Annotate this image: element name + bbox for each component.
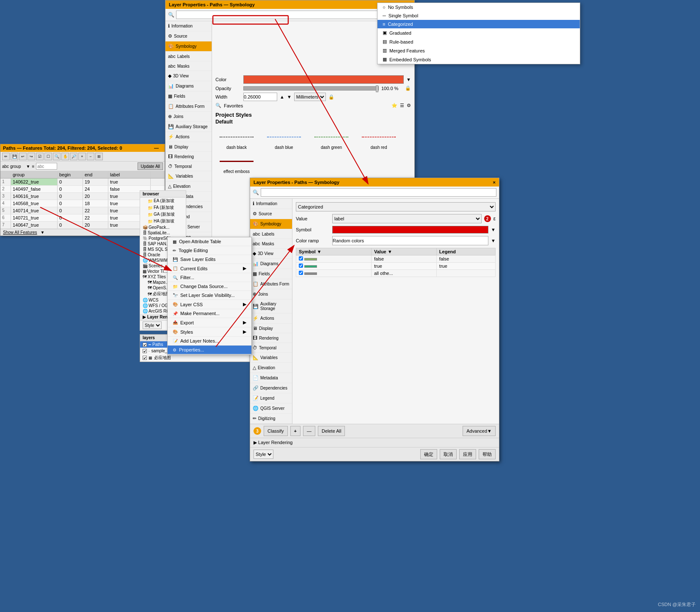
sidebar-item-source[interactable]: ⚙Source xyxy=(165,31,212,41)
sidebar-item-joins[interactable]: ⊕Joins xyxy=(165,112,212,122)
dropdown-item-merged-features[interactable]: ▥Merged Features xyxy=(378,46,414,55)
ctx-item-save-layer-edits[interactable]: 💾Save Layer Edits xyxy=(168,255,251,264)
props2-sidebar-item-dependencies[interactable]: 🔗Dependencies xyxy=(250,383,292,393)
ctx-item-export[interactable]: 📤Export▶ xyxy=(168,318,251,327)
add-cat-btn[interactable]: + xyxy=(290,426,300,436)
sidebar-item-symbology[interactable]: 🎨Symbology xyxy=(165,41,212,52)
apply-btn[interactable]: 应用 xyxy=(459,449,476,459)
sidebar-item-actions[interactable]: ⚡Actions xyxy=(165,132,212,142)
layer-rendering-toggle[interactable]: ▶ Layer Rendering xyxy=(250,438,499,447)
props2-sidebar-item-attributes-form[interactable]: 📋Attributes Form xyxy=(250,279,292,289)
width-unit-select[interactable]: Millimeters xyxy=(294,93,326,101)
ctx-item-add-layer-notes-[interactable]: 📝Add Layer Notes... xyxy=(168,337,251,346)
remove-cat-btn[interactable]: — xyxy=(303,426,315,436)
width-spindown[interactable]: ▼ xyxy=(287,94,292,99)
symbol-dropdown-btn[interactable]: ▼ xyxy=(491,227,496,232)
tree-item-GA-新加坡[interactable]: 📁GA (新加坡 xyxy=(140,211,186,218)
filter-input[interactable] xyxy=(36,163,57,170)
props2-sidebar-item-qgis-server[interactable]: 🌐QGIS Server xyxy=(250,403,292,414)
col-legend-hdr[interactable]: Legend xyxy=(436,248,495,255)
ctx-item-layer-css[interactable]: 🎨Layer CSS▶ xyxy=(168,300,251,309)
ctx-item-change-data-source-[interactable]: 📁Change Data Source... xyxy=(168,282,251,291)
width-spinup[interactable]: ▲ xyxy=(280,94,284,99)
color-bar[interactable] xyxy=(243,75,404,84)
tree-item-SpatiaLite...[interactable]: 🗄SpatiaLite... xyxy=(140,230,186,236)
props2-sidebar-item-symbology[interactable]: 🎨Symbology xyxy=(250,219,292,229)
tree-item-HA-新加坡[interactable]: 📁HA (新加坡 xyxy=(140,218,186,225)
ctx-item-properties-[interactable]: ⚙Properties... xyxy=(168,346,251,354)
dropdown-item-categorized[interactable]: ≡Categorized xyxy=(378,21,414,28)
cat-checkbox[interactable] xyxy=(299,263,303,268)
sidebar-item-3d-view[interactable]: ◆3D View xyxy=(165,71,212,81)
tb-pan[interactable]: ✋ xyxy=(61,153,69,160)
fav-btn3[interactable]: ⚙ xyxy=(407,103,411,108)
ctx-item-filter-[interactable]: 🔍Filter... xyxy=(168,273,251,282)
tb-col[interactable]: ⊞ xyxy=(95,153,103,160)
props2-sidebar-item-variables[interactable]: 📐Variables xyxy=(250,353,292,363)
style-tile-dash-red[interactable]: dash red xyxy=(358,131,400,150)
dropdown-item-graduated[interactable]: ▣Graduated xyxy=(378,28,414,37)
cat-checkbox[interactable] xyxy=(299,271,303,275)
tree-item-EA-新加坡[interactable]: 📁EA (新加坡 xyxy=(140,198,186,204)
sidebar-item-diagrams[interactable]: 📊Diagrams xyxy=(165,81,212,91)
layer-item-必应地图[interactable]: ▦必应地图 xyxy=(140,354,251,362)
badge-2[interactable]: 2 xyxy=(484,215,491,222)
props2-sidebar-item-legend[interactable]: 📝Legend xyxy=(250,393,292,403)
props2-sidebar-item-digitizing[interactable]: ✏Digitizing xyxy=(250,414,292,424)
cat-row[interactable]: all othe... xyxy=(296,270,496,277)
tree-item-GeoPack...[interactable]: 📦GeoPack... xyxy=(140,225,186,230)
props2-sidebar-item-display[interactable]: 🖥Display xyxy=(250,324,292,333)
sidebar-item-variables[interactable]: 📐Variables xyxy=(165,171,212,181)
style-tile-effect-emboss[interactable]: effect emboss xyxy=(215,155,258,174)
opacity-bar[interactable] xyxy=(243,86,379,91)
ctx-item-set-layer-scale-visibility-[interactable]: 🔭Set Layer Scale Visibility... xyxy=(168,291,251,300)
sidebar-item-display[interactable]: 🖥Display xyxy=(165,142,212,152)
cat-checkbox[interactable] xyxy=(299,256,303,261)
props2-sidebar-item-labels[interactable]: abcLabels xyxy=(250,229,292,239)
opacity-thumb[interactable] xyxy=(376,85,378,92)
props2-sidebar-item-joins[interactable]: ⊕Joins xyxy=(250,289,292,299)
sidebar-item-information[interactable]: ℹInformation xyxy=(165,21,212,31)
props2-sidebar-item-metadata[interactable]: 📄Metadata xyxy=(250,373,292,383)
cat-row[interactable]: true true xyxy=(296,263,496,270)
props2-close[interactable]: × xyxy=(493,180,496,185)
confirm-btn[interactable]: 确定 xyxy=(420,449,437,459)
cat-row[interactable]: false false xyxy=(296,255,496,263)
symbol-bar[interactable] xyxy=(332,226,488,233)
update-all-btn[interactable]: Update All xyxy=(138,162,163,170)
tb-pencil[interactable]: ✏ xyxy=(2,153,10,160)
browser-header[interactable]: browser xyxy=(140,191,186,198)
props1-search-input[interactable] xyxy=(176,11,412,19)
sidebar-item-fields[interactable]: ▦Fields xyxy=(165,91,212,102)
props2-sidebar-item-elevation[interactable]: △Elevation xyxy=(250,363,292,373)
props2-sidebar-item-auxiliary-storage[interactable]: 💾Auxiliary Storage xyxy=(250,299,292,313)
sidebar-item-temporal[interactable]: ⏱Temporal xyxy=(165,162,212,171)
ctx-item-styles[interactable]: 🎨Styles▶ xyxy=(168,327,251,337)
sidebar-item-attributes-form[interactable]: 📋Attributes Form xyxy=(165,102,212,112)
expr-btn[interactable]: ε xyxy=(493,216,496,222)
ctx-item-toggle-editing[interactable]: ✏Toggle Editing xyxy=(168,246,251,255)
props2-sidebar-item-actions[interactable]: ⚡Actions xyxy=(250,313,292,324)
props2-sidebar-item-rendering[interactable]: 🎞Rendering xyxy=(250,333,292,343)
show-all-btn[interactable]: Show All Features xyxy=(3,230,37,235)
style-tile-dash-blue[interactable]: dash blue xyxy=(263,131,305,150)
attr-table-min-btn[interactable]: — xyxy=(154,145,159,151)
props2-sidebar-item-information[interactable]: ℹInformation xyxy=(250,199,292,209)
tb-select[interactable]: ☑ xyxy=(36,153,44,160)
col-end[interactable]: end xyxy=(83,171,108,178)
style-select2[interactable]: Style xyxy=(254,450,273,459)
sidebar-item-labels[interactable]: abcLabels xyxy=(165,52,212,61)
dropdown-item-rule-based[interactable]: ▤Rule-based xyxy=(378,37,414,46)
tb-filter[interactable]: 🔍 xyxy=(53,153,61,160)
props2-sidebar-item-source[interactable]: ⚙Source xyxy=(250,209,292,219)
value-field-select[interactable]: label xyxy=(332,214,482,223)
advanced-btn[interactable]: Advanced ▼ xyxy=(463,426,496,436)
sidebar-item-auxiliary-storage[interactable]: 💾Auxiliary Storage xyxy=(165,122,212,132)
style-tile-dash-black[interactable]: dash black xyxy=(215,131,258,150)
sidebar-item-masks[interactable]: abcMasks xyxy=(165,61,212,71)
ctx-item-open-attribute-table[interactable]: ▦Open Attribute Table xyxy=(168,237,251,246)
col-value-hdr[interactable]: Value ▼ xyxy=(372,248,437,255)
table-row[interactable]: 1 140622_true 0 19 true xyxy=(0,178,165,186)
ctx-item-current-edits[interactable]: 📋Current Edits▶ xyxy=(168,264,251,273)
props2-sidebar-item-3d-view[interactable]: ◆3D View xyxy=(250,249,292,259)
